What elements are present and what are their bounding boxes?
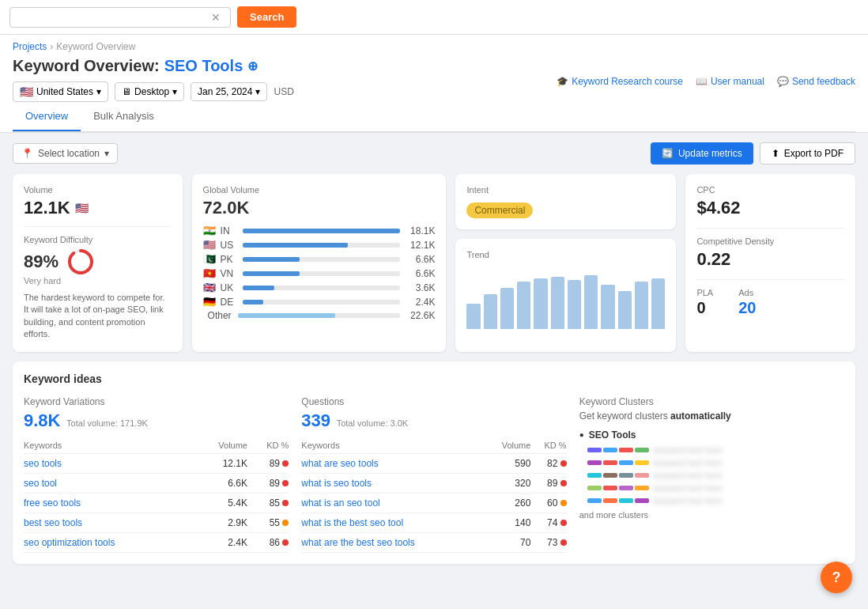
course-link[interactable]: 🎓 Keyword Research course xyxy=(557,76,683,87)
pla-value: 0 xyxy=(696,299,713,317)
tabs: Overview Bulk Analysis xyxy=(13,102,855,132)
kw-link[interactable]: what is the best seo tool xyxy=(301,517,403,528)
kc-more-label: and more clusters xyxy=(579,510,844,520)
kc-color-bar xyxy=(619,448,633,452)
metrics-row: Volume 12.1K 🇺🇸 Keyword Difficulty 89% V… xyxy=(13,174,855,352)
device-filter[interactable]: 🖥 Desktop ▾ xyxy=(115,82,184,101)
add-keyword-icon[interactable]: ⊕ xyxy=(247,59,258,74)
questions-col: Questions 339 Total volume: 3.0K Keyword… xyxy=(301,396,566,553)
flag-in: 🇮🇳 xyxy=(203,225,216,236)
kc-blurred-text: keyword text here xyxy=(654,458,723,467)
th-kd: KD % xyxy=(247,437,289,454)
questions-tbody: what are seo tools 590 82 what is seo to… xyxy=(301,453,566,552)
global-volume-card: Global Volume 72.0K 🇮🇳 IN 18.1K 🇺🇸 US 12… xyxy=(192,174,447,352)
trend-bar-2 xyxy=(484,294,497,329)
kw-link[interactable]: what are seo tools xyxy=(301,458,378,469)
trend-bar-3 xyxy=(500,288,514,329)
breadcrumb-projects[interactable]: Projects xyxy=(13,41,47,52)
kc-main-item: ● SEO Tools xyxy=(579,429,844,441)
kd-value: 89% xyxy=(24,252,58,272)
ads-value: 20 xyxy=(738,299,756,317)
kd-donut xyxy=(66,248,95,276)
kc-color-bar xyxy=(603,486,617,490)
kc-color-bars xyxy=(587,448,649,452)
manual-link[interactable]: 📖 User manual xyxy=(696,76,764,87)
questions-total: Total volume: 3.0K xyxy=(337,418,409,428)
kc-color-bar xyxy=(635,498,649,503)
manual-icon: 📖 xyxy=(696,76,708,87)
trend-bar-7 xyxy=(568,280,581,329)
export-pdf-button[interactable]: ⬆ Export to PDF xyxy=(760,142,855,165)
kc-color-bar xyxy=(619,498,633,503)
kd-dot xyxy=(282,480,289,486)
variations-header: Keywords Volume KD % xyxy=(24,437,289,454)
us-flag: 🇺🇸 xyxy=(20,85,33,98)
intent-badge: Commercial xyxy=(466,202,533,218)
page-title-prefix: Keyword Overview: xyxy=(13,57,160,75)
th-q-kd: KD % xyxy=(530,437,566,454)
kw-link[interactable]: what are the best seo tools xyxy=(301,537,414,548)
kc-color-bar xyxy=(603,448,617,452)
flag-pk: 🇵🇰 xyxy=(203,253,216,265)
variations-table: Keywords Volume KD % seo tools 12.1K 89 … xyxy=(24,437,289,553)
table-row: what is an seo tool 260 60 xyxy=(301,493,566,513)
kc-color-bars xyxy=(587,473,649,478)
chevron-down-icon-2: ▾ xyxy=(172,86,177,97)
cpc-card: CPC $4.62 Competitive Density 0.22 PLA 0… xyxy=(685,174,855,352)
flag-us: 🇺🇸 xyxy=(203,239,216,251)
select-location-button[interactable]: 📍 Select location ▾ xyxy=(13,143,118,164)
kc-color-bar xyxy=(587,460,602,465)
update-metrics-button[interactable]: 🔄 Update metrics xyxy=(651,142,753,165)
cpc-value: $4.62 xyxy=(696,198,844,218)
page-title: Keyword Overview: SEO Tools ⊕ xyxy=(13,57,855,75)
clear-button[interactable]: ✕ xyxy=(208,11,224,24)
th-q-keywords: Keywords xyxy=(301,437,484,454)
variations-total: Total volume: 171.9K xyxy=(66,418,148,428)
kc-sub-item: keyword text here xyxy=(587,496,844,505)
kw-link[interactable]: seo tool xyxy=(24,478,57,489)
kc-sub-item: keyword text here xyxy=(587,445,844,455)
tab-bulk-analysis[interactable]: Bulk Analysis xyxy=(81,102,167,131)
refresh-icon: 🔄 xyxy=(662,148,674,159)
kc-color-bar xyxy=(635,460,649,465)
toolbar-right: 🔄 Update metrics ⬆ Export to PDF xyxy=(651,142,855,165)
location-filter[interactable]: 🇺🇸 United States ▾ xyxy=(13,81,108,102)
kw-link[interactable]: seo tools xyxy=(24,458,62,469)
desktop-icon: 🖥 xyxy=(122,86,131,97)
kw-link[interactable]: what is seo tools xyxy=(301,478,372,489)
kc-color-bar xyxy=(635,448,649,452)
kc-color-bar xyxy=(619,473,633,478)
table-row: what is seo tools 320 89 xyxy=(301,473,566,493)
questions-table: Keywords Volume KD % what are seo tools … xyxy=(301,437,566,553)
content: 📍 Select location ▾ 🔄 Update metrics ⬆ E… xyxy=(0,133,868,573)
kc-color-bar xyxy=(587,486,602,490)
kw-link[interactable]: free seo tools xyxy=(24,497,81,509)
variations-count: 9.8K xyxy=(24,410,60,430)
toolbar: 📍 Select location ▾ 🔄 Update metrics ⬆ E… xyxy=(13,142,855,165)
country-bars: 🇮🇳 IN 18.1K 🇺🇸 US 12.1K 🇵🇰 PK 6.6K xyxy=(203,225,436,321)
volume-flag: 🇺🇸 xyxy=(75,202,89,214)
svg-point-1 xyxy=(70,251,92,273)
feedback-link[interactable]: 💬 Send feedback xyxy=(777,76,855,87)
trend-bar-1 xyxy=(466,304,480,329)
header-wrap: 🎓 Keyword Research course 📖 User manual … xyxy=(0,35,868,133)
kc-color-bar xyxy=(603,498,617,503)
tab-overview[interactable]: Overview xyxy=(13,102,81,131)
country-row-uk: 🇬🇧 UK 3.6K xyxy=(203,282,436,293)
kw-link[interactable]: what is an seo tool xyxy=(301,497,379,509)
date-filter[interactable]: Jan 25, 2024 ▾ xyxy=(191,82,267,101)
competitive-label: Competitive Density xyxy=(696,236,844,246)
search-input[interactable]: SEO Tools xyxy=(17,11,208,23)
kc-sub-item: keyword text here xyxy=(587,458,844,467)
kc-color-bars xyxy=(587,460,649,465)
trend-label: Trend xyxy=(466,250,665,259)
kc-color-bar xyxy=(587,498,602,503)
kw-link[interactable]: best seo tools xyxy=(24,517,82,528)
country-row-de: 🇩🇪 DE 2.4K xyxy=(203,296,436,308)
kc-color-bar xyxy=(635,486,649,490)
search-button[interactable]: Search xyxy=(237,6,296,28)
kd-dot xyxy=(282,520,289,526)
kw-link[interactable]: seo optimization tools xyxy=(24,537,115,548)
trend-bar-6 xyxy=(551,277,564,329)
kc-color-bar xyxy=(587,448,602,452)
